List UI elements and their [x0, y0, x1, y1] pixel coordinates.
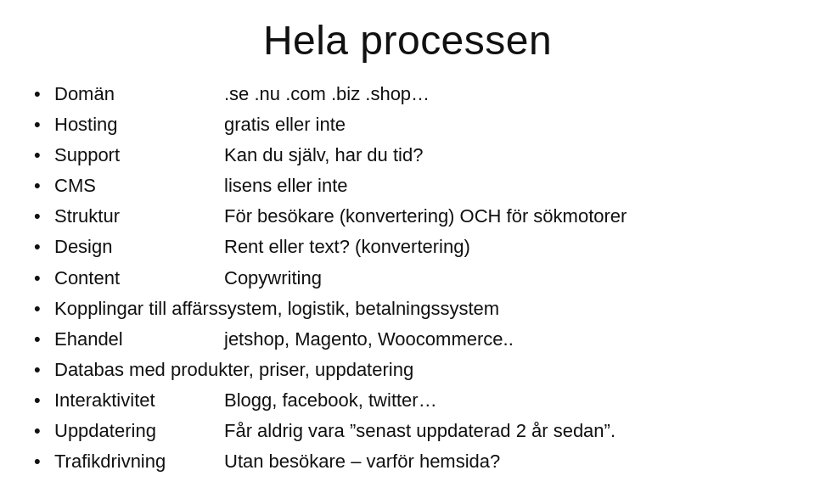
item-value: .se .nu .com .biz .shop… — [224, 80, 781, 109]
item-label: Kopplingar till affärssystem, logistik, … — [54, 294, 499, 323]
bullet-icon: • — [34, 80, 51, 109]
list-item: •TrafikdrivningUtan besökare – varför he… — [34, 446, 781, 477]
item-value: Utan besökare – varför hemsida? — [224, 447, 781, 476]
item-value: För besökare (konvertering) OCH för sökm… — [224, 202, 781, 231]
bullet-icon: • — [34, 325, 51, 354]
item-label: Content — [54, 264, 224, 293]
bullet-icon: • — [34, 232, 51, 261]
content-list: •Domän.se .nu .com .biz .shop…•Hostinggr… — [34, 79, 781, 477]
bullet-icon: • — [34, 171, 51, 200]
item-label: Databas med produkter, priser, uppdateri… — [54, 356, 413, 384]
item-value: lisens eller inte — [224, 171, 781, 200]
list-item: •InteraktivitetBlogg, facebook, twitter… — [34, 385, 781, 416]
bullet-icon: • — [34, 110, 51, 139]
bullet-icon: • — [34, 356, 51, 384]
bullet-icon: • — [34, 417, 51, 445]
item-value: Copywriting — [224, 264, 781, 293]
bullet-icon: • — [34, 202, 51, 231]
list-item: •Hostinggratis eller inte — [34, 109, 781, 140]
list-item: •Ehandeljetshop, Magento, Woocommerce.. — [34, 324, 781, 355]
bullet-icon: • — [34, 294, 51, 323]
list-item: •Databas med produkter, priser, uppdater… — [34, 355, 781, 385]
item-value: Får aldrig vara ”senast uppdaterad 2 år … — [224, 417, 781, 445]
item-value: jetshop, Magento, Woocommerce.. — [224, 325, 781, 354]
bullet-icon: • — [34, 264, 51, 293]
item-value: Blogg, facebook, twitter… — [224, 386, 781, 415]
item-label: Domän — [54, 80, 224, 109]
bullet-icon: • — [34, 141, 51, 170]
item-label: Design — [54, 232, 224, 261]
page-title: Hela processen — [34, 17, 781, 64]
list-item: •UppdateringFår aldrig vara ”senast uppd… — [34, 416, 781, 446]
item-label: CMS — [54, 171, 224, 200]
list-item: •Domän.se .nu .com .biz .shop… — [34, 79, 781, 109]
item-label: Interaktivitet — [54, 386, 224, 415]
item-label: Support — [54, 141, 224, 170]
item-label: Ehandel — [54, 325, 224, 354]
list-item: •SupportKan du själv, har du tid? — [34, 140, 781, 171]
list-item: •CMSlisens eller inte — [34, 171, 781, 201]
item-label: Struktur — [54, 202, 224, 231]
item-label: Hosting — [54, 110, 224, 139]
bullet-icon: • — [34, 386, 51, 415]
list-item: •ContentCopywriting — [34, 263, 781, 294]
list-item: •DesignRent eller text? (konvertering) — [34, 232, 781, 262]
bullet-icon: • — [34, 447, 51, 476]
item-value: Kan du själv, har du tid? — [224, 141, 781, 170]
item-value: gratis eller inte — [224, 110, 781, 139]
item-label: Trafikdrivning — [54, 447, 224, 476]
item-label: Uppdatering — [54, 417, 224, 445]
item-value: Rent eller text? (konvertering) — [224, 232, 781, 261]
list-item: •Kopplingar till affärssystem, logistik,… — [34, 294, 781, 324]
list-item: •StrukturFör besökare (konvertering) OCH… — [34, 201, 781, 232]
